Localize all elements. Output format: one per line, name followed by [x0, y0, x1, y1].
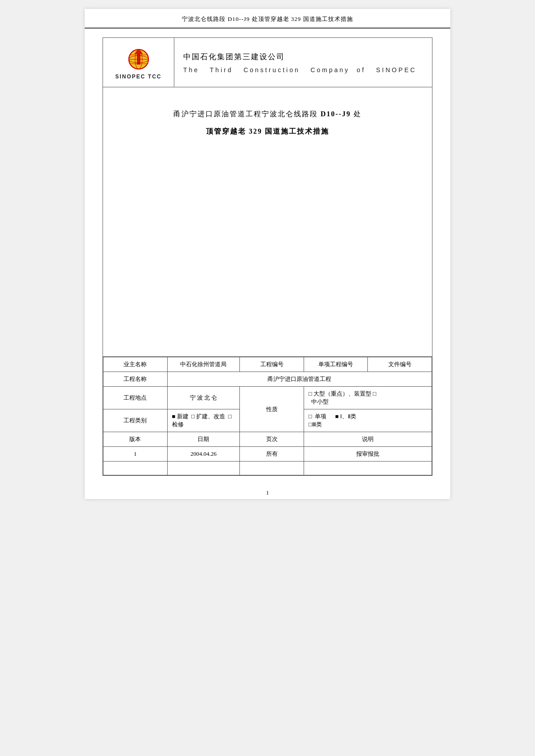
date-value: 2004.04.26 — [167, 447, 240, 462]
page-container: 宁波北仑线路段 D10--J9 处顶管穿越老 329 国道施工技术措施 — [85, 9, 450, 499]
company-name-section: 中国石化集团第三建设公司 The Third Construction Comp… — [174, 38, 432, 87]
info-table: 业主名称 中石化徐州管道局 工程编号 单项工程编号 文件编号 工程名称 甬沪宁进… — [103, 357, 432, 475]
project-code-label: 工程编号 — [240, 357, 304, 372]
page-body: SINOPEC TCC 中国石化集团第三建设公司 The Third Const… — [85, 29, 450, 485]
en-the: The — [183, 66, 199, 74]
xinjian-option: ■ 新建 □ 扩建、改造 □ 检修 — [172, 413, 232, 428]
project-name-label: 工程名称 — [103, 372, 168, 387]
project-location-label: 工程地点 — [103, 387, 168, 409]
table-row-owner: 业主名称 中石化徐州管道局 工程编号 单项工程编号 文件编号 — [103, 357, 432, 372]
sinopec-logo-icon — [124, 45, 153, 74]
pages-label: 页次 — [240, 432, 304, 447]
table-row-location: 工程地点 宁 波 北 仑 性质 □ 大型（重点）、装置型 □ 中小型 — [103, 387, 432, 409]
doc-title-line2: 顶管穿越老 329 国道施工技术措施 — [206, 127, 329, 136]
en-sinopec: SINOPEC — [376, 66, 416, 74]
table-row-empty — [103, 462, 432, 475]
project-type-label: 工程类别 — [103, 409, 168, 432]
en-company-name: The Third Construction Company of SINOPE… — [183, 66, 423, 74]
table-row-headers: 版本 日期 页次 说明 — [103, 432, 432, 447]
page-header: 宁波北仑线路段 D10--J9 处顶管穿越老 329 国道施工技术措施 — [85, 9, 450, 29]
single-options: □ 单项 ■ Ⅰ、Ⅱ类 — [309, 413, 356, 420]
main-content: 甬沪宁进口原油管道工程宁波北仑线路段 D10--J9 处 顶管穿越老 329 国… — [103, 87, 432, 357]
header-card: SINOPEC TCC 中国石化集团第三建设公司 The Third Const… — [103, 37, 432, 87]
single-options-cell: □ 单项 ■ Ⅰ、Ⅱ类 □Ⅲ类 — [304, 409, 432, 432]
version-label: 版本 — [103, 432, 168, 447]
owner-label: 业主名称 — [103, 357, 168, 372]
version-value: 1 — [103, 447, 168, 462]
date-label: 日期 — [167, 432, 240, 447]
logo-section: SINOPEC TCC — [103, 38, 174, 87]
table-row-values: 1 2004.04.26 所有 报审报批 — [103, 447, 432, 462]
doc-title-line1: 甬沪宁进口原油管道工程宁波北仑线路段 D10--J9 处 — [173, 110, 362, 119]
xing-label: 性质 — [240, 387, 304, 432]
file-code-label: 文件编号 — [368, 357, 432, 372]
project-name-value: 甬沪宁进口原油管道工程 — [167, 372, 432, 387]
remarks-value: 报审报批 — [304, 447, 432, 462]
bottom-section: 业主名称 中石化徐州管道局 工程编号 单项工程编号 文件编号 工程名称 甬沪宁进… — [103, 357, 432, 476]
single-code-label: 单项工程编号 — [304, 357, 368, 372]
sinopec-label: SINOPEC TCC — [115, 74, 161, 80]
en-third: Third — [210, 66, 233, 74]
type-options: □ 大型（重点）、装置型 □ — [309, 390, 376, 397]
pages-value: 所有 — [240, 447, 304, 462]
project-location-value: 宁 波 北 仑 — [167, 387, 240, 409]
doc-title-bold1: D10--J9 — [321, 110, 351, 118]
en-construction: Construction — [243, 66, 300, 74]
type-options-cell: □ 大型（重点）、装置型 □ 中小型 — [304, 387, 432, 409]
type-options-2: 中小型 — [309, 398, 329, 405]
page-number: 1 — [85, 485, 450, 499]
header-text: 宁波北仑线路段 D10--J9 处顶管穿越老 329 国道施工技术措施 — [182, 16, 353, 22]
project-type-value: ■ 新建 □ 扩建、改造 □ 检修 — [167, 409, 240, 432]
single-options-2: □Ⅲ类 — [309, 421, 322, 428]
en-of: of — [357, 66, 366, 74]
cn-company-name: 中国石化集团第三建设公司 — [183, 52, 423, 62]
owner-value: 中石化徐州管道局 — [167, 357, 240, 372]
table-row-project-name: 工程名称 甬沪宁进口原油管道工程 — [103, 372, 432, 387]
remarks-label: 说明 — [304, 432, 432, 447]
en-company: Company — [310, 66, 350, 74]
doc-title-bold2: 329 — [249, 127, 262, 135]
